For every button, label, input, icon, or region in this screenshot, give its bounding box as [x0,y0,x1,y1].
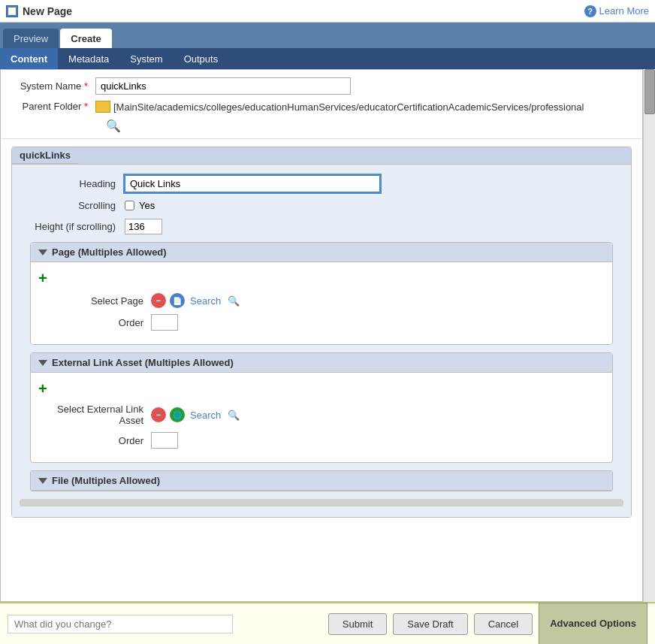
scrolling-label: Scrolling [20,200,125,211]
heading-label: Heading [20,178,125,189]
page-multiples-panel: Page (Multiples Allowed) + Select Page −… [30,242,613,345]
external-globe-icon[interactable]: 🌐 [170,407,185,422]
required-star: * [84,80,88,92]
external-order-input[interactable] [151,432,178,449]
sub-tab-metadata[interactable]: Metadata [58,48,119,69]
page-order-input[interactable] [151,314,178,331]
page-order-label: Order [38,317,151,328]
scrolling-checkbox-label: Yes [125,200,155,211]
triangle-down-icon-2 [38,360,47,366]
external-order-label: Order [38,435,151,446]
search-page-link[interactable]: Search [190,295,221,307]
main-content: System Name * Parent Folder * [MainSite/… [0,69,643,602]
title-bar-left: New Page [6,5,72,17]
heading-input[interactable] [125,175,380,192]
page-search-icon[interactable]: 🔍 [227,294,240,307]
sub-tab-outputs[interactable]: Outputs [174,48,229,69]
change-description-input[interactable] [8,615,233,633]
submit-button[interactable]: Submit [328,613,387,635]
external-search-icon[interactable]: 🔍 [227,408,240,422]
tabs-row: Preview Create [0,23,655,48]
tab-create[interactable]: Create [60,29,111,48]
spacer [1,525,642,540]
bottom-bar: Submit Save Draft Cancel Advanced Option… [0,602,655,644]
parent-folder-label: Parent Folder * [13,101,95,112]
quicklinks-panel: quickLinks Heading Scrolling Yes Height … [11,147,632,518]
external-link-body: + Select External Link Asset − 🌐 Search … [31,373,612,462]
select-external-row: Select External Link Asset − 🌐 Search 🔍 [38,404,605,426]
add-external-link-button[interactable]: + [38,380,47,398]
external-link-panel: External Link Asset (Multiples Allowed) … [30,352,613,463]
select-page-row: Select Page − 📄 Search 🔍 [38,293,605,308]
system-name-label: System Name * [13,80,95,92]
scrollbar-thumb[interactable] [644,69,655,114]
external-link-title: External Link Asset (Multiples Allowed) [52,357,234,368]
learn-more-link[interactable]: ? Learn More [584,5,649,17]
system-name-row: System Name * [13,77,630,95]
remove-external-button[interactable]: − [151,407,166,422]
file-multiples-header[interactable]: File (Multiples Allowed) [31,471,612,491]
height-label: Height (if scrolling) [20,221,125,232]
panel-body: Heading Scrolling Yes Height (if scrolli… [12,165,631,517]
cancel-button[interactable]: Cancel [474,613,533,635]
page-asset-icon[interactable]: 📄 [170,293,185,308]
save-draft-button[interactable]: Save Draft [393,613,467,635]
horizontal-scrollbar[interactable] [20,499,623,506]
triangle-down-icon-3 [38,478,47,484]
select-external-controls: − 🌐 Search 🔍 [151,407,240,422]
sub-tab-content[interactable]: Content [0,48,58,69]
height-row: Height (if scrolling) [20,219,623,234]
folder-icon [95,101,110,113]
file-multiples-panel: File (Multiples Allowed) [30,470,613,491]
page-title: New Page [23,5,72,17]
folder-path: [MainSite/academics/colleges/educationHu… [113,101,584,113]
scrolling-row: Scrolling Yes [20,200,623,211]
select-page-label: Select Page [38,295,151,307]
tab-preview[interactable]: Preview [3,29,59,48]
triangle-down-icon [38,249,47,255]
heading-row: Heading [20,175,623,192]
remove-page-button[interactable]: − [151,293,166,308]
basic-form-section: System Name * Parent Folder * [MainSite/… [1,70,642,139]
parent-folder-value: [MainSite/academics/colleges/educationHu… [95,101,584,113]
sub-tabs-row: Content Metadata System Outputs [0,48,655,69]
system-name-input[interactable] [95,77,351,95]
vertical-scrollbar[interactable] [643,69,655,602]
add-page-button[interactable]: + [38,270,47,287]
help-icon: ? [584,5,596,17]
file-multiples-title: File (Multiples Allowed) [52,475,160,486]
panel-title: quickLinks [12,147,78,164]
height-input[interactable] [125,219,162,234]
panel-title-bar: quickLinks [12,147,631,165]
search-external-link[interactable]: Search [190,410,221,421]
advanced-options-button[interactable]: Advanced Options [539,603,647,644]
page-multiples-body: + Select Page − 📄 Search 🔍 Order [31,262,612,344]
external-link-header[interactable]: External Link Asset (Multiples Allowed) [31,353,612,373]
parent-folder-row: Parent Folder * [MainSite/academics/coll… [13,101,630,113]
external-order-row: Order [38,432,605,449]
scrolling-checkbox[interactable] [125,201,134,210]
select-page-controls: − 📄 Search 🔍 [151,293,240,308]
sub-tab-system[interactable]: System [119,48,173,69]
folder-search-icon[interactable]: 🔍 [106,119,118,131]
title-bar: New Page ? Learn More [0,0,655,23]
page-order-row: Order [38,314,605,331]
page-multiples-title: Page (Multiples Allowed) [52,246,167,258]
page-icon [6,5,18,17]
page-multiples-header[interactable]: Page (Multiples Allowed) [31,243,612,262]
select-external-label: Select External Link Asset [38,404,151,426]
